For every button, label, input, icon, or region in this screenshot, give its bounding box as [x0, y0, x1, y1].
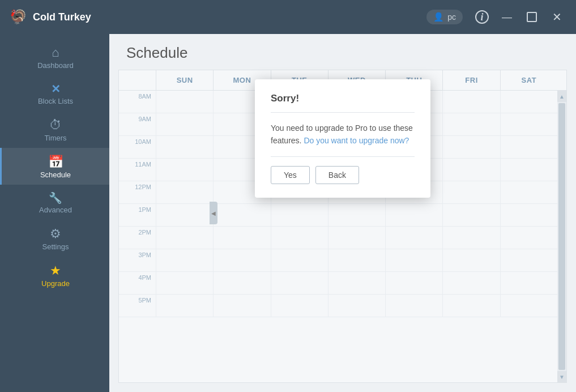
- dialog-title: Sorry!: [271, 93, 415, 104]
- schedule-icon: 📅: [48, 156, 63, 168]
- sidebar-item-dashboard[interactable]: ⌂ Dashboard: [0, 39, 109, 75]
- close-icon: ✕: [552, 10, 562, 24]
- sidebar-item-timers[interactable]: ⏱ Timers: [0, 111, 109, 148]
- sidebar-label-advanced: Advanced: [39, 206, 72, 214]
- settings-icon: ⚙: [50, 228, 61, 240]
- maximize-icon: [527, 12, 537, 22]
- dialog-body: Sorry! You need to upgrade to Pro to use…: [255, 79, 430, 198]
- sidebar-label-schedule: Schedule: [40, 171, 71, 179]
- app-icon: 🦃: [9, 8, 27, 26]
- title-controls: 👤 pc i — ✕: [426, 7, 567, 27]
- user-badge: 👤 pc: [426, 10, 463, 24]
- sidebar-label-settings: Settings: [42, 242, 69, 251]
- sidebar-label-dashboard: Dashboard: [37, 61, 74, 70]
- content-area: Schedule SUN MON TUE WED THU FRI SAT: [109, 34, 576, 392]
- app-title: Cold Turkey: [33, 11, 426, 23]
- info-button[interactable]: i: [472, 7, 492, 27]
- main-layout: ⌂ Dashboard ✕ Block Lists ⏱ Timers 📅 Sch…: [0, 34, 576, 392]
- maximize-button[interactable]: [522, 7, 542, 27]
- dialog-divider-bottom: [271, 156, 415, 157]
- dialog-actions: Yes Back: [271, 166, 415, 189]
- sidebar-label-upgrade: Upgrade: [41, 279, 70, 288]
- dialog-upgrade-link[interactable]: Do you want to upgrade now?: [304, 136, 409, 145]
- sidebar-item-settings[interactable]: ⚙ Settings: [0, 220, 109, 257]
- back-button[interactable]: Back: [315, 166, 359, 184]
- dialog-divider-top: [271, 112, 415, 113]
- sidebar-item-schedule[interactable]: 📅 Schedule: [0, 148, 109, 185]
- dialog-overlay: Sorry! You need to upgrade to Pro to use…: [109, 34, 576, 392]
- sidebar-label-block-lists: Block Lists: [38, 97, 73, 105]
- block-lists-icon: ✕: [51, 83, 61, 95]
- minimize-icon: —: [502, 11, 512, 23]
- sidebar-item-upgrade[interactable]: ★ Upgrade: [0, 257, 109, 293]
- username: pc: [447, 12, 456, 22]
- yes-button[interactable]: Yes: [271, 166, 310, 184]
- sidebar-label-timers: Timers: [44, 134, 66, 142]
- titlebar: 🦃 Cold Turkey 👤 pc i — ✕: [0, 0, 576, 34]
- dashboard-icon: ⌂: [52, 46, 59, 59]
- upgrade-dialog: Sorry! You need to upgrade to Pro to use…: [255, 79, 430, 198]
- minimize-button[interactable]: —: [497, 7, 517, 27]
- close-button[interactable]: ✕: [547, 7, 567, 27]
- info-icon: i: [475, 10, 489, 24]
- upgrade-icon: ★: [50, 265, 61, 277]
- sidebar-item-block-lists[interactable]: ✕ Block Lists: [0, 75, 109, 111]
- advanced-icon: 🔧: [49, 193, 62, 203]
- dialog-message: You need to upgrade to Pro to use these …: [271, 122, 415, 147]
- user-icon: 👤: [433, 12, 444, 22]
- timers-icon: ⏱: [49, 119, 62, 131]
- sidebar: ⌂ Dashboard ✕ Block Lists ⏱ Timers 📅 Sch…: [0, 34, 109, 392]
- sidebar-item-advanced[interactable]: 🔧 Advanced: [0, 185, 109, 220]
